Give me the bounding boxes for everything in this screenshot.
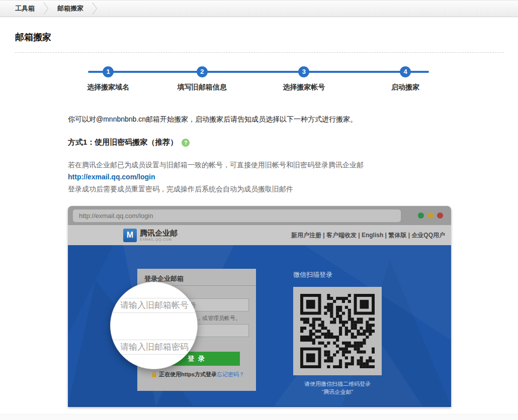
wechat-caption: 请使用微信扫描二维码登录 “腾讯企业邮” [293, 380, 382, 396]
window-dot-yellow-icon [427, 213, 434, 219]
footer-strip [0, 414, 518, 420]
step-1: 1 选择搬家域名 [87, 64, 129, 92]
step-3: 3 选择搬家帐号 [283, 64, 325, 92]
stepper-line [88, 71, 429, 73]
breadcrumb-item-toolbox[interactable]: 工具箱 [15, 4, 35, 13]
chevron-right-icon [43, 2, 49, 16]
exmail-site-header: M 腾讯企业邮 EXMAIL.QQ.COM 新用户注册 | 客户端收发 | En… [68, 225, 451, 245]
intro-text: 你可以对@mnnbnbnb.cn邮箱开始搬家，启动搬家后请告知成员选择以下一种方… [68, 115, 357, 124]
divider [15, 52, 504, 53]
method1-heading-row: 方式1：使用旧密码搬家（推荐） ? [68, 138, 190, 147]
screenshot-mockup: http://exmail.qq.com/login M 腾讯企业邮 EXMAI… [68, 206, 451, 407]
exmail-logo-title: 腾讯企业邮 [140, 229, 178, 237]
window-dot-green-icon [418, 213, 424, 219]
wechat-login-title: 微信扫描登录 [293, 270, 382, 279]
breadcrumb-item-mail-migration[interactable]: 邮箱搬家 [57, 4, 83, 13]
step-2-circle: 2 [197, 66, 208, 77]
step-3-label: 选择搬家帐号 [283, 83, 325, 92]
breadcrumb: 工具箱 邮箱搬家 [0, 0, 518, 17]
magnified-account-input: 请输入旧邮箱帐号 [110, 298, 198, 313]
step-1-label: 选择搬家域名 [87, 83, 129, 92]
https-note: 正在使用https方式登录 [159, 371, 217, 378]
exmail-header-links: 新用户注册 | 客户端收发 | English | 繁体版 | 企业QQ用户 [291, 231, 445, 240]
step-2-label: 填写旧邮箱信息 [178, 83, 227, 92]
forgot-password-link: 忘记密码？ [217, 371, 244, 378]
magnifier-circle: 请输入旧邮箱帐号 请输入旧邮箱密码 [110, 282, 198, 369]
qr-code-icon [300, 294, 375, 368]
step-2: 2 填写旧邮箱信息 [178, 64, 227, 92]
step-3-circle: 3 [298, 66, 309, 77]
step-4-circle: 4 [400, 66, 411, 77]
migration-stepper: 1 选择搬家域名 2 填写旧邮箱信息 3 选择搬家帐号 4 启动搬家 [70, 64, 448, 95]
exmail-login-page: 登录企业邮箱 请输入旧邮箱帐号 帐号，或管理员帐号。 请输入旧邮箱密码 登 录 … [68, 245, 451, 407]
wechat-login-section: 微信扫描登录 请使用微信扫描二维码登录 “腾讯企业邮” [293, 270, 382, 396]
browser-chrome: http://exmail.qq.com/login [68, 206, 451, 225]
window-dot-red-icon [437, 213, 443, 219]
exmail-logo-subtitle: EXMAIL.QQ.COM [140, 238, 178, 241]
step-1-circle: 1 [103, 66, 114, 77]
method1-line1: 若在腾讯企业邮已为成员设置与旧邮箱一致的帐号，可直接使用旧帐号和旧密码登录腾讯企… [68, 159, 364, 171]
magnified-password-input: 请输入旧邮箱密码 [110, 340, 198, 355]
exmail-logo: M 腾讯企业邮 EXMAIL.QQ.COM [123, 229, 178, 242]
qr-code [293, 287, 382, 375]
login-panel-footer: 正在使用https方式登录 忘记密码？ [151, 371, 243, 378]
chevron-right-icon [92, 2, 98, 16]
wechat-caption-line1: 请使用微信扫描二维码登录 [293, 380, 382, 388]
exmail-logo-icon: M [123, 229, 137, 242]
method1-body: 若在腾讯企业邮已为成员设置与旧邮箱一致的帐号，可直接使用旧帐号和旧密码登录腾讯企… [68, 159, 364, 195]
exmail-login-link[interactable]: http://exmail.qq.com/login [68, 171, 364, 183]
wechat-caption-line2: “腾讯企业邮” [293, 388, 382, 396]
page-title: 邮箱搬家 [15, 31, 51, 43]
method1-heading: 方式1：使用旧密码搬家（推荐） [68, 138, 178, 147]
method1-line2: 登录成功后需要成员重置密码，完成操作后系统会自动为成员搬取旧邮件 [68, 183, 364, 195]
browser-url-bar: http://exmail.qq.com/login [73, 209, 401, 222]
help-icon[interactable]: ? [182, 139, 190, 147]
lock-icon [151, 371, 157, 378]
step-4: 4 启动搬家 [391, 64, 419, 92]
window-dots [418, 213, 443, 219]
step-4-label: 启动搬家 [391, 83, 419, 92]
